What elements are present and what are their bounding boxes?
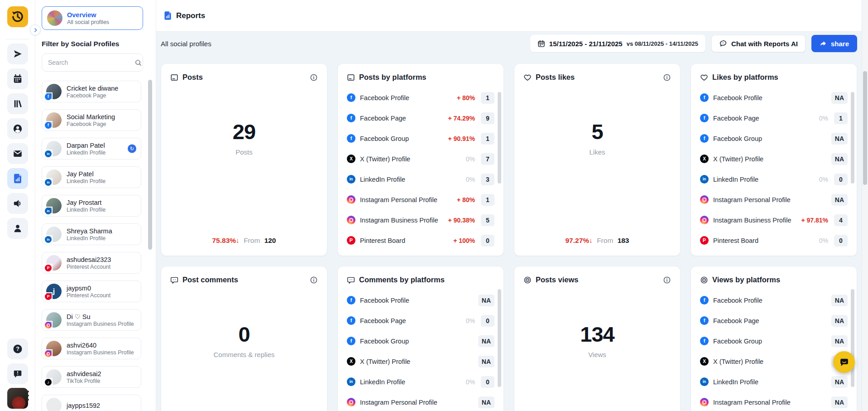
filter-heading: Filter by Social Profiles <box>42 40 119 48</box>
profile-type: TikTok Profile <box>67 378 101 384</box>
profile-type: LinkedIn Profile <box>67 150 106 156</box>
platform-label: X (Twitter) Profile <box>360 155 410 163</box>
profile-list: f Cricket ke diwane Facebook Page f Soci… <box>42 81 141 411</box>
profile-item[interactable]: in Jay Patel LinkedIn Profile <box>42 166 141 188</box>
profile-item[interactable]: ashvi2640 Instagram Business Profile <box>42 338 141 359</box>
profile-name: Social Marketing <box>67 113 115 121</box>
sync-icon[interactable]: ↻ <box>128 145 136 153</box>
posts-change-stat: 75.83%↓ From 120 <box>161 237 327 245</box>
views-unit: Views <box>514 351 680 358</box>
profile-type: Instagram Business Profile <box>67 321 134 327</box>
rail-item-calendar[interactable] <box>7 68 28 89</box>
platform-label: LinkedIn Profile <box>713 378 758 386</box>
chat-with-reports-ai-button[interactable]: Chat with Reports AI <box>711 35 806 52</box>
row-value-chip: 1 <box>481 92 494 104</box>
profile-item[interactable]: P ashudesai2323 Pinterest Account <box>42 252 141 274</box>
row-value-chip: NA <box>831 396 848 408</box>
comments-unit: Comments & replies <box>161 351 327 358</box>
row-value-chip: 5 <box>481 214 494 226</box>
profile-item[interactable]: jP jaypsm0 Pinterest Account <box>42 280 141 302</box>
row-value-chip: NA <box>831 133 848 145</box>
profile-item[interactable]: in Shreya Sharma LinkedIn Profile <box>42 223 141 245</box>
platform-row: X X (Twitter) Profile NA <box>347 351 494 372</box>
rail-item-team[interactable] <box>7 218 28 239</box>
user-avatar[interactable] <box>7 388 28 409</box>
compare-range-value: vs 08/11/2025 - 14/11/2025 <box>627 40 698 47</box>
date-range-button[interactable]: 15/11/2025 - 21/11/2025 vs 08/11/2025 - … <box>530 35 705 52</box>
comments-value: 0 <box>161 322 327 347</box>
rail-item-publish[interactable] <box>7 44 28 64</box>
more-menu-icon[interactable] <box>27 391 29 401</box>
profile-item[interactable]: Di ♡ Su Instagram Business Profile <box>42 309 141 331</box>
info-icon[interactable] <box>310 73 318 82</box>
rail-item-help[interactable]: ? <box>7 338 28 359</box>
platform-row: Instagram Personal Profile + 80% 1 <box>347 189 494 210</box>
row-value-chip: 1 <box>481 133 494 145</box>
platform-row: f Facebook Group + 90.91% 1 <box>347 128 494 149</box>
profile-item[interactable]: ♪ ashvidesai2 TikTok Profile <box>42 366 141 388</box>
platform-label: X (Twitter) Profile <box>713 155 763 163</box>
overview-avatar <box>47 10 62 26</box>
platform-rows: f Facebook Profile NA f Facebook Page NA… <box>700 290 848 411</box>
overview-subtitle: All social profiles <box>67 19 109 25</box>
support-chat-widget[interactable] <box>833 351 855 373</box>
platform-label: Instagram Business Profile <box>713 217 791 224</box>
profile-item[interactable]: f Cricket ke diwane Facebook Page <box>42 81 141 102</box>
linkedin-icon: in <box>700 175 709 184</box>
rail-item-inbox[interactable] <box>7 143 28 164</box>
rail-item-accounts[interactable] <box>7 118 28 139</box>
search-icon[interactable] <box>134 59 142 67</box>
overview-selected-card[interactable]: Overview All social profiles <box>42 6 143 30</box>
app-logo-history-icon[interactable] <box>7 6 28 27</box>
sidebar-scrollbar[interactable] <box>148 80 152 250</box>
pinterest-icon: P <box>347 236 355 245</box>
profile-name: Cricket ke diwane <box>67 85 118 92</box>
share-button[interactable]: share <box>811 35 857 52</box>
overview-title: Overview <box>67 11 109 19</box>
platform-label: Facebook Group <box>360 338 409 345</box>
ai-chat-icon <box>719 39 727 48</box>
card-scrollbar[interactable] <box>498 92 501 184</box>
platform-label: Instagram Personal Profile <box>713 196 791 203</box>
platform-row: f Facebook Group NA <box>700 128 848 149</box>
rail-item-reports[interactable] <box>7 168 28 189</box>
card-title: Views by platforms <box>712 276 780 284</box>
search-input[interactable] <box>42 59 134 66</box>
platform-row: in LinkedIn Profile 0% 3 <box>347 169 494 189</box>
rail-item-library[interactable] <box>7 93 28 114</box>
sidebar-expand-button[interactable] <box>30 24 41 35</box>
platform-label: LinkedIn Profile <box>360 176 405 183</box>
profile-name: Shreya Sharma <box>67 227 112 235</box>
profiles-sidebar: Overview All social profiles Filter by S… <box>35 0 156 411</box>
platform-rows: f Facebook Profile NA f Facebook Page 0%… <box>347 290 494 411</box>
icon-rail: ?! <box>0 0 35 411</box>
tiktok-icon: ♪ <box>45 379 52 386</box>
card-scrollbar[interactable] <box>851 289 854 387</box>
profile-avatar: f <box>46 112 62 128</box>
profile-search <box>42 53 143 72</box>
profile-name: ashvi2640 <box>67 342 134 349</box>
platform-row: Instagram Personal Profile NA <box>700 392 848 411</box>
info-icon[interactable] <box>663 73 671 82</box>
row-change: + 100% <box>453 237 475 244</box>
info-icon[interactable] <box>310 276 318 284</box>
profile-item[interactable]: jaypps1592 <box>42 395 141 411</box>
profile-item[interactable]: f Social Marketing Facebook Page <box>42 109 141 131</box>
card-scrollbar[interactable] <box>498 289 501 387</box>
views-icon <box>523 276 532 284</box>
platform-row: f Facebook Profile NA <box>700 87 848 108</box>
card-title: Posts <box>182 73 203 82</box>
platform-row: f Facebook Profile NA <box>700 290 848 310</box>
profile-item[interactable]: in Darpan Patel LinkedIn Profile ↻ <box>42 138 141 160</box>
profile-item[interactable]: in Jay Prostart LinkedIn Profile <box>42 195 141 217</box>
page-scrollbar-thumb[interactable] <box>863 71 867 185</box>
row-value-chip: 9 <box>481 112 494 124</box>
facebook-icon: f <box>347 296 355 305</box>
card-scrollbar[interactable] <box>851 92 854 184</box>
page-scrollbar[interactable] <box>862 0 868 411</box>
platform-label: Facebook Page <box>360 115 406 122</box>
rail-item-feedback[interactable]: ! <box>7 363 28 384</box>
info-icon[interactable] <box>663 276 671 284</box>
row-value-chip: NA <box>831 295 848 306</box>
rail-item-boost[interactable] <box>7 193 28 214</box>
